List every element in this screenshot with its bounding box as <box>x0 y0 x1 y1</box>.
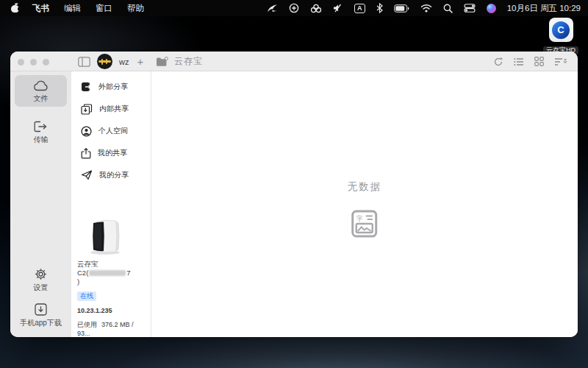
wifi-icon[interactable] <box>420 4 432 13</box>
sidebar-item-label: 设置 <box>10 283 71 293</box>
folder-icon <box>156 57 168 67</box>
menu-app-name[interactable]: 飞书 <box>26 0 56 16</box>
gear-icon <box>35 268 47 280</box>
transfer-icon <box>34 121 48 132</box>
internal-share-icon <box>81 104 93 115</box>
nav-item-my-shared[interactable]: 我的共享 <box>71 142 151 164</box>
menu-bar: 飞书 编辑 窗口 帮助 A <box>0 0 588 16</box>
nav-item-internal-share[interactable]: 内部共享 <box>71 98 151 120</box>
control-center-icon[interactable] <box>464 4 476 13</box>
nav-item-label: 个人空间 <box>98 126 128 136</box>
sidebar-item-settings[interactable]: 设置 <box>10 268 71 293</box>
traffic-lights <box>18 59 49 66</box>
menu-bar-clock[interactable]: 10月6日 周五 10:29 <box>507 3 581 14</box>
window-body: 文件 传输 设置 手机app下载 <box>10 71 578 337</box>
device-name: 云存宝 <box>77 260 147 269</box>
sidebar-item-app-download[interactable]: 手机app下载 <box>10 303 71 328</box>
desktop-shortcut-yuncunbao[interactable]: C 云存宝HD <box>543 18 578 55</box>
device-ip: 10.23.1.235 <box>77 307 147 314</box>
nav-item-label: 外部分享 <box>98 82 128 92</box>
window-titlebar: wz + 云存宝 <box>10 52 578 71</box>
device-product-image <box>86 219 124 255</box>
account-avatar[interactable] <box>97 54 112 69</box>
apple-menu-icon[interactable] <box>10 3 20 13</box>
sidebar-toggle-icon[interactable] <box>78 57 90 67</box>
nav-item-external-share[interactable]: 外部分享 <box>71 76 151 98</box>
personal-space-icon <box>81 126 92 137</box>
device-usage: 已使用376.2 MB / 93... <box>77 320 147 337</box>
minimize-window-button[interactable] <box>30 59 37 66</box>
refresh-icon[interactable] <box>493 57 503 67</box>
nav-item-label: 我的共享 <box>98 148 127 158</box>
sidebar-item-transfer[interactable]: 传输 <box>15 116 67 147</box>
yuncunbao-app-icon: C <box>549 18 573 42</box>
svg-text:字: 字 <box>356 215 363 222</box>
sidebar-item-files[interactable]: 文件 <box>15 75 67 107</box>
add-account-button[interactable]: + <box>135 56 145 67</box>
empty-state: 无数据 字 <box>348 180 382 238</box>
swallow-app-icon[interactable] <box>267 4 278 13</box>
app-window: wz + 云存宝 <box>10 52 578 337</box>
sort-menu-icon[interactable] <box>554 57 569 66</box>
device-card[interactable]: 云存宝 C2(7 ) 在线 10.23.1.235 已使用376.2 MB / … <box>77 219 147 337</box>
spotlight-search-icon[interactable] <box>443 4 453 13</box>
paper-plane-icon <box>81 170 93 180</box>
sidebar-item-label: 传输 <box>15 135 67 145</box>
desktop-wallpaper: 飞书 编辑 窗口 帮助 A <box>0 0 588 368</box>
grid-view-icon[interactable] <box>534 57 544 66</box>
share-nav-column: 外部分享 内部共享 个人空间 我的共享 我的分享 <box>71 71 151 337</box>
zoom-window-button[interactable] <box>43 59 49 66</box>
empty-state-text: 无数据 <box>348 180 382 194</box>
account-name[interactable]: wz <box>119 57 129 66</box>
nav-item-label: 我的分享 <box>99 170 129 180</box>
share-box-icon <box>81 148 91 159</box>
menu-help[interactable]: 帮助 <box>121 0 151 16</box>
redacted-serial <box>89 270 126 276</box>
sidebar-item-label: 文件 <box>15 93 67 104</box>
no-data-placeholder-icon: 字 <box>351 210 378 238</box>
bluetooth-icon[interactable] <box>376 3 383 13</box>
online-status-badge: 在线 <box>77 291 96 301</box>
external-share-icon <box>81 82 92 92</box>
primary-sidebar: 文件 传输 设置 手机app下载 <box>10 71 71 337</box>
shapes-icon[interactable] <box>310 4 322 13</box>
siri-icon[interactable] <box>487 4 496 13</box>
sidebar-footer: 设置 手机app下载 <box>10 258 71 328</box>
nav-item-my-share[interactable]: 我的分享 <box>71 164 151 186</box>
nav-item-personal-space[interactable]: 个人空间 <box>71 120 151 142</box>
sidebar-item-label: 手机app下载 <box>10 318 71 328</box>
main-content: 无数据 字 <box>151 71 578 337</box>
window-title: 云存宝 <box>174 55 203 68</box>
circle-plus-icon[interactable] <box>289 3 299 13</box>
cloud-icon <box>33 80 49 91</box>
download-icon <box>35 303 47 316</box>
nav-item-label: 内部共享 <box>99 104 129 114</box>
list-view-icon[interactable] <box>514 57 524 66</box>
close-window-button[interactable] <box>18 59 24 66</box>
volume-muted-icon[interactable] <box>333 4 343 13</box>
menu-edit[interactable]: 编辑 <box>57 0 87 16</box>
menu-window[interactable]: 窗口 <box>89 0 119 16</box>
input-source-a-icon[interactable]: A <box>354 4 365 13</box>
battery-icon[interactable] <box>394 4 409 13</box>
device-model-close: ) <box>77 277 147 286</box>
device-model: C2(7 <box>77 269 147 277</box>
